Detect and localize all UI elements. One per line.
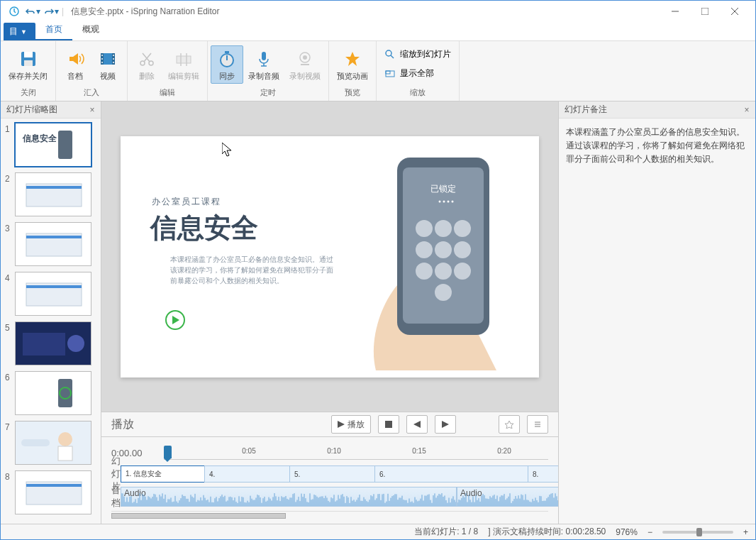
thumbnail-1[interactable]: 1信息安全 <box>5 123 96 167</box>
svg-rect-39 <box>21 439 50 446</box>
sync-button[interactable]: 同步 <box>211 45 243 84</box>
close-icon[interactable]: × <box>87 104 98 116</box>
zoom-to-slide-button[interactable]: 缩放到幻灯片 <box>379 45 456 63</box>
file-menu-button[interactable]: 目▼ <box>4 23 35 40</box>
next-button[interactable] <box>435 415 456 434</box>
scissors-icon <box>135 48 158 70</box>
maximize-button[interactable] <box>690 3 720 20</box>
thumbnail-4[interactable]: 4 <box>5 272 96 316</box>
duration-label: ] 演示文稿持续时间: 0:00:28.50 <box>488 526 606 538</box>
thumbnail-6[interactable]: 6 <box>5 371 96 415</box>
undo-icon[interactable]: ▾ <box>25 4 40 19</box>
audio-segment[interactable]: Audio <box>121 487 457 507</box>
show-all-button[interactable]: 显示全部 <box>379 65 439 82</box>
svg-rect-24 <box>386 71 390 74</box>
slide-subtitle: 办公室员工课程 <box>152 196 221 208</box>
clip-edit-icon <box>172 48 195 70</box>
play-icon <box>165 309 186 331</box>
notes-pane: 幻灯片备注 × 本课程涵盖了办公室员工必备的信息安全知识。通过该课程的学习，你将… <box>558 101 755 524</box>
webcam-icon <box>294 48 316 70</box>
timeline-segment[interactable]: 5. <box>289 465 374 483</box>
play-button[interactable]: 播放 <box>331 415 371 434</box>
timeline-segment[interactable]: 1. 信息安全 <box>121 465 204 483</box>
ribbon-tabs: 目▼ 首页 概观 <box>1 22 755 40</box>
slide-desc: 本课程涵盖了办公室员工必备的信息安全知识。通过该课程的学习，你将了解如何避免在网… <box>170 254 333 286</box>
slide-preview: 办公室员工课程 信息安全 本课程涵盖了办公室员工必备的信息安全知识。通过该课程的… <box>101 101 558 412</box>
playhead[interactable] <box>164 446 172 458</box>
preview-anim-button[interactable]: 预览动画 <box>332 45 373 84</box>
timeline-segment[interactable]: 4. <box>204 465 289 483</box>
svg-point-58 <box>448 200 450 202</box>
svg-rect-38 <box>58 446 72 461</box>
phone-illustration: 已锁定 <box>340 150 525 370</box>
group-label: 汇入 <box>84 86 99 99</box>
svg-point-51 <box>454 241 471 258</box>
thumbnail-2[interactable]: 2 <box>5 172 96 216</box>
save-icon[interactable] <box>6 4 22 19</box>
minimize-button[interactable] <box>660 3 690 20</box>
svg-point-13 <box>113 62 114 63</box>
redo-icon[interactable]: ▾ <box>43 4 59 19</box>
audio-track[interactable]: AudioAudio <box>121 487 558 507</box>
close-icon[interactable]: × <box>741 104 752 116</box>
prev-button[interactable] <box>406 415 428 434</box>
svg-rect-60 <box>385 421 392 428</box>
svg-point-57 <box>443 200 445 202</box>
timeline-segment[interactable]: 8. <box>528 465 558 483</box>
marker-button[interactable] <box>499 415 520 434</box>
svg-rect-18 <box>225 51 229 53</box>
save-close-button[interactable]: 保存并关闭 <box>4 45 52 84</box>
zoom-in-button[interactable]: + <box>743 527 748 537</box>
horizontal-scrollbar[interactable] <box>111 513 286 519</box>
thumbnail-7[interactable]: 7 <box>5 421 96 465</box>
slide-canvas: 办公室员工课程 信息安全 本课程涵盖了办公室员工必备的信息安全知识。通过该课程的… <box>121 136 539 378</box>
svg-point-12 <box>113 58 114 60</box>
zoom-value: 976% <box>616 527 638 537</box>
stopwatch-icon <box>216 48 238 70</box>
svg-text:已锁定: 已锁定 <box>430 184 456 194</box>
thumbnails-pane: 幻灯片缩略图 × 1信息安全2345678 <box>1 101 101 524</box>
svg-rect-32 <box>26 285 82 288</box>
svg-point-22 <box>386 50 391 56</box>
video-button[interactable]: 视频 <box>91 45 124 84</box>
svg-rect-4 <box>24 60 33 66</box>
slides-track[interactable]: 1. 信息安全4.5.6.8. <box>121 465 558 483</box>
svg-point-48 <box>454 220 471 237</box>
close-button[interactable] <box>720 3 750 20</box>
svg-point-47 <box>435 220 452 237</box>
svg-point-9 <box>101 58 103 60</box>
audio-row-label: 音档 <box>111 484 121 509</box>
notes-body[interactable]: 本课程涵盖了办公室员工必备的信息安全知识。通过该课程的学习，你将了解如何避免在网… <box>559 119 755 174</box>
thumbnail-8[interactable]: 8 <box>5 470 96 514</box>
record-audio-button[interactable]: 录制音频 <box>243 45 284 84</box>
thumbnail-5[interactable]: 5 <box>5 321 96 365</box>
group-label: 定时 <box>260 86 276 99</box>
timeline-segment[interactable]: 6. <box>374 465 528 483</box>
thumbnail-3[interactable]: 3 <box>5 222 96 266</box>
group-label: 关闭 <box>21 86 36 99</box>
film-icon <box>96 48 119 70</box>
svg-rect-19 <box>262 52 266 60</box>
list-button[interactable] <box>527 415 548 434</box>
titlebar: ▾ ▾ | 信息安全.pptx - iSpring Narration Edit… <box>1 1 755 22</box>
svg-point-21 <box>303 55 307 60</box>
timeline-ruler[interactable]: 0:050:100:150:200:250:30 <box>164 446 548 460</box>
stop-button[interactable] <box>378 415 399 434</box>
window-title: 信息安全.pptx - iSpring Narration Editor <box>71 6 660 18</box>
svg-rect-30 <box>26 236 82 238</box>
svg-point-34 <box>67 335 84 352</box>
star-icon <box>341 48 364 70</box>
tab-overview[interactable]: 概观 <box>72 20 109 40</box>
ribbon: 保存并关闭 关闭 音档 视频 汇入 删除 编辑剪辑 编辑 同步 录制音频 录制视… <box>1 40 755 101</box>
playback-section-label: 播放 <box>111 417 134 432</box>
zoom-out-button[interactable]: − <box>647 527 652 537</box>
audio-button[interactable]: 音档 <box>59 45 91 84</box>
thumbnails-list[interactable]: 1信息安全2345678 <box>1 119 101 524</box>
ruler-mark: 0:20 <box>497 447 511 455</box>
svg-rect-3 <box>24 52 33 57</box>
notes-header: 幻灯片备注 × <box>559 101 755 119</box>
tab-home[interactable]: 首页 <box>35 20 72 40</box>
audio-segment[interactable]: Audio <box>457 487 558 507</box>
speaker-icon <box>64 48 87 70</box>
zoom-slider[interactable] <box>662 531 733 534</box>
